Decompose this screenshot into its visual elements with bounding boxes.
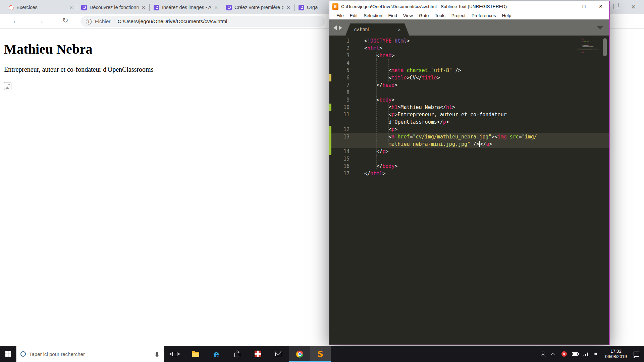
code-text: <html> bbox=[354, 45, 609, 52]
sublime-button[interactable]: S bbox=[310, 346, 331, 362]
menu-file[interactable]: File bbox=[333, 13, 347, 18]
chrome-button[interactable] bbox=[289, 346, 310, 362]
tab-overflow-icon[interactable] bbox=[597, 26, 603, 30]
menu-selection[interactable]: Selection bbox=[361, 13, 385, 18]
editor-tab-close-icon[interactable]: × bbox=[398, 27, 400, 32]
forward-button[interactable]: → bbox=[37, 16, 44, 25]
code-line[interactable]: 12 <p> bbox=[329, 126, 609, 133]
menu-preferences[interactable]: Preferences bbox=[469, 13, 499, 18]
line-number: 6 bbox=[331, 74, 354, 81]
editor-tab-label: cv.html bbox=[354, 27, 398, 32]
menu-view[interactable]: View bbox=[400, 13, 416, 18]
mail-button[interactable] bbox=[268, 346, 289, 362]
menu-edit[interactable]: Edit bbox=[347, 13, 361, 18]
red-app-icon bbox=[255, 351, 261, 357]
volume-icon bbox=[594, 353, 597, 355]
code-text: <head> bbox=[354, 52, 609, 59]
microphone-icon[interactable] bbox=[156, 352, 158, 356]
code-line[interactable]: 17</html> bbox=[577, 53, 598, 54]
line-number: 16 bbox=[331, 163, 354, 170]
start-button[interactable] bbox=[0, 346, 16, 362]
code-line[interactable]: 2<html> bbox=[329, 45, 609, 52]
code-line[interactable]: 16 </body> bbox=[329, 163, 609, 170]
broken-image-icon[interactable] bbox=[4, 82, 11, 90]
minimap[interactable]: 1<!DOCTYPE html>2<html>3 <head>45 <meta … bbox=[577, 38, 598, 57]
tab-close-icon[interactable]: × bbox=[69, 5, 73, 10]
code-line[interactable]: 11 <p>Entrepreneur, auteur et co-fondate… bbox=[329, 111, 609, 118]
chrome-restore-icon[interactable] bbox=[613, 4, 618, 9]
tab-close-icon[interactable]: × bbox=[214, 5, 218, 10]
browser-tab[interactable]: Découvrez le fonctionn× bbox=[77, 1, 149, 14]
menu-tools[interactable]: Tools bbox=[432, 13, 448, 18]
reload-button[interactable]: ↻ bbox=[62, 16, 68, 24]
code-lines: 1<!DOCTYPE html>2<html>3 <head>45 <meta … bbox=[577, 38, 598, 54]
back-button[interactable]: ← bbox=[12, 16, 19, 25]
browser-tab[interactable]: Insérez des images - Ap× bbox=[150, 1, 222, 14]
edge-icon: e bbox=[213, 350, 219, 359]
code-text: <!DOCTYPE html> bbox=[354, 37, 609, 45]
omnibox-separator bbox=[114, 18, 114, 24]
code-line[interactable]: 5 <meta charset="utf-8" /> bbox=[329, 67, 609, 74]
red-app-button[interactable] bbox=[248, 346, 268, 362]
browser-tab[interactable]: Exercices× bbox=[5, 1, 77, 14]
code-line[interactable]: 6 <title>CV</title> bbox=[329, 74, 609, 81]
file-scheme-label: Fichier bbox=[95, 18, 111, 24]
task-view-button[interactable] bbox=[164, 346, 185, 362]
volume-button[interactable] bbox=[591, 346, 602, 362]
line-number bbox=[331, 140, 354, 148]
line-number bbox=[331, 118, 354, 126]
openclassrooms-favicon bbox=[81, 5, 87, 10]
menu-find[interactable]: Find bbox=[385, 13, 400, 18]
code-line[interactable]: 1<!DOCTYPE html> bbox=[329, 37, 609, 45]
code-line[interactable]: 13 <a href="cv/img/mathieu_nebra.jpg"><i… bbox=[329, 133, 609, 140]
code-line[interactable]: d'OpenClassrooms</p> bbox=[329, 118, 609, 126]
code-line[interactable]: 3 <head> bbox=[329, 52, 609, 59]
action-center-icon[interactable] bbox=[634, 352, 639, 357]
code-line[interactable]: 4 bbox=[329, 59, 609, 67]
editor-tab-cvhtml[interactable]: cv.html × bbox=[345, 23, 409, 36]
code-line[interactable]: 10 <h1>Mathieu Nebra</h1> bbox=[329, 104, 609, 111]
scrollbar[interactable] bbox=[603, 38, 607, 56]
chrome-close-icon[interactable]: × bbox=[631, 3, 636, 11]
code-line[interactable]: 9 <body> bbox=[329, 96, 609, 104]
browser-tab[interactable]: Créez votre première p× bbox=[222, 1, 294, 14]
error-badge-button[interactable]: × bbox=[559, 346, 570, 362]
tab-close-icon[interactable]: × bbox=[141, 5, 146, 10]
tab-nav-arrows[interactable] bbox=[333, 25, 342, 30]
code-line[interactable]: mathieu_nebra-mini.jpg.jpg" /></a> bbox=[329, 140, 609, 148]
code-line[interactable]: 7 </head> bbox=[329, 81, 609, 89]
taskbar-clock[interactable]: 17:32 06/08/2019 bbox=[602, 349, 630, 359]
tab-prev-icon[interactable] bbox=[333, 25, 337, 30]
openclassrooms-favicon bbox=[299, 5, 304, 10]
taskbar-search[interactable]: Taper ici pour rechercher bbox=[16, 346, 164, 362]
battery-button[interactable] bbox=[570, 346, 580, 362]
code-editor[interactable]: 1<!DOCTYPE html>2<html>3 <head>45 <meta … bbox=[329, 36, 609, 345]
tab-next-icon[interactable] bbox=[339, 25, 342, 30]
people-button[interactable] bbox=[537, 346, 548, 362]
edge-button[interactable]: e bbox=[206, 346, 227, 362]
url-text[interactable]: C:/Users/jegou/OneDrive/Documents/cv/cv.… bbox=[118, 18, 227, 24]
close-button[interactable]: × bbox=[592, 1, 609, 11]
code-line[interactable]: 8 bbox=[329, 89, 609, 96]
sublime-titlebar[interactable]: S C:\Users\jegou\OneDrive\Documents\cv\c… bbox=[329, 1, 609, 11]
address-bar[interactable]: i Fichier C:/Users/jegou/OneDrive/Docume… bbox=[80, 16, 325, 27]
dots-favicon bbox=[9, 5, 14, 10]
code-text: <p> bbox=[354, 126, 609, 133]
minimize-button[interactable]: — bbox=[559, 1, 576, 11]
info-icon[interactable]: i bbox=[86, 19, 92, 24]
chevron-up-button[interactable] bbox=[548, 346, 559, 362]
store-button[interactable] bbox=[227, 346, 248, 362]
menu-project[interactable]: Project bbox=[448, 13, 469, 18]
line-number: 10 bbox=[331, 104, 354, 111]
menu-help[interactable]: Help bbox=[499, 13, 515, 18]
code-line[interactable]: 15 bbox=[329, 155, 609, 163]
network-button[interactable] bbox=[580, 346, 591, 362]
line-number: 7 bbox=[331, 81, 354, 89]
code-line[interactable]: 17</html> bbox=[329, 170, 609, 177]
tab-close-icon[interactable]: × bbox=[286, 5, 291, 10]
code-line[interactable]: 14 </p> bbox=[329, 148, 609, 155]
system-tray: × 17:32 06/08/2019 bbox=[537, 346, 644, 362]
file-explorer-button[interactable] bbox=[185, 346, 206, 362]
menu-goto[interactable]: Goto bbox=[416, 13, 432, 18]
maximize-button[interactable]: □ bbox=[576, 1, 592, 11]
